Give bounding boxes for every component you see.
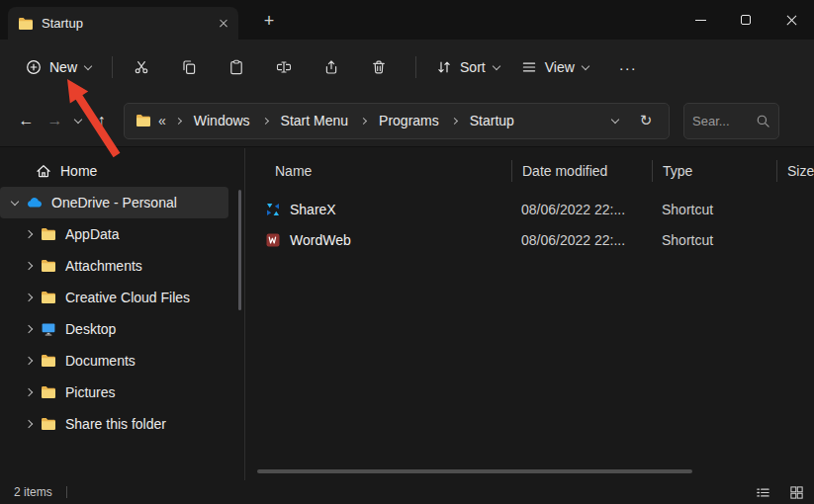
address-row: ← → ↑ « Windows Start Menu Programs Star…: [0, 95, 814, 147]
delete-button[interactable]: [359, 49, 399, 85]
folder-icon: [41, 384, 56, 400]
breadcrumb-item-start-menu[interactable]: Start Menu: [278, 113, 351, 128]
minimize-icon: [695, 20, 706, 21]
large-icons-view-button[interactable]: [786, 483, 806, 502]
folder-icon: [41, 290, 56, 305]
sidebar-item-share-this-folder[interactable]: Share this folder: [0, 408, 228, 440]
paste-button[interactable]: [217, 49, 256, 85]
close-icon: [785, 14, 798, 27]
folder-icon: [18, 16, 34, 32]
file-list-pane: Name Date modified Type Size ShareX 08/0…: [244, 148, 814, 480]
explorer-tab-startup[interactable]: Startup: [8, 7, 238, 40]
close-button[interactable]: [769, 0, 814, 40]
details-view-icon: [756, 485, 770, 500]
address-bar[interactable]: « Windows Start Menu Programs Startup ↻: [124, 103, 670, 139]
horizontal-scrollbar[interactable]: [257, 469, 692, 473]
refresh-button[interactable]: ↻: [634, 107, 658, 134]
breadcrumb-item-startup[interactable]: Startup: [467, 113, 517, 128]
details-view-button[interactable]: [753, 483, 772, 502]
search-icon: [756, 114, 770, 128]
breadcrumb-item-windows[interactable]: Windows: [191, 113, 253, 128]
maximize-button[interactable]: [723, 0, 769, 40]
file-row-wordweb[interactable]: WordWeb 08/06/2022 22:... Shortcut: [245, 224, 814, 255]
toolbar-divider: [415, 56, 416, 78]
view-button[interactable]: View: [510, 49, 599, 85]
sidebar-item-label: Creative Cloud Files: [65, 290, 190, 305]
new-button[interactable]: New: [14, 49, 103, 85]
sidebar-item-label: Attachments: [65, 258, 142, 274]
chevron-right-icon: [451, 117, 458, 124]
share-button[interactable]: [312, 49, 351, 85]
chevron-down-icon: [74, 115, 82, 123]
share-icon: [323, 59, 339, 75]
new-button-label: New: [49, 59, 77, 75]
status-divider: [66, 486, 67, 498]
explorer-body: Home OneDrive - Personal AppData Attachm…: [0, 148, 814, 480]
sidebar-item-label: AppData: [65, 226, 119, 242]
sidebar-scrollbar[interactable]: [238, 190, 241, 310]
new-tab-button[interactable]: +: [257, 9, 281, 33]
sidebar-item-label: Share this folder: [65, 416, 166, 432]
chevron-right-icon[interactable]: [25, 325, 33, 333]
chevron-right-icon: [262, 117, 269, 124]
column-header-type[interactable]: Type: [652, 160, 776, 182]
breadcrumb-item-programs[interactable]: Programs: [376, 113, 442, 128]
file-name: ShareX: [290, 202, 336, 217]
sidebar-item-appdata[interactable]: AppData: [0, 218, 228, 250]
chevron-right-icon[interactable]: [25, 262, 33, 270]
rename-icon: [276, 59, 292, 75]
toolbar-divider: [112, 56, 113, 78]
sidebar-item-home[interactable]: Home: [0, 155, 228, 187]
recent-locations-button[interactable]: [69, 105, 87, 136]
forward-button[interactable]: →: [41, 105, 69, 136]
folder-icon: [41, 416, 56, 432]
navigation-pane: Home OneDrive - Personal AppData Attachm…: [0, 148, 244, 480]
chevron-right-icon[interactable]: [25, 388, 33, 396]
column-header-name[interactable]: Name: [245, 160, 511, 182]
more-options-button[interactable]: ···: [607, 49, 649, 85]
sidebar-item-label: Pictures: [65, 384, 116, 400]
chevron-down-icon: [582, 61, 589, 69]
search-box[interactable]: [683, 103, 779, 139]
copy-icon: [181, 59, 197, 75]
copy-button[interactable]: [169, 49, 209, 85]
sidebar-item-desktop[interactable]: Desktop: [0, 313, 228, 345]
file-name: WordWeb: [290, 232, 351, 248]
chevron-down-icon: [492, 61, 499, 69]
chevron-right-icon: [175, 117, 182, 124]
chevron-right-icon[interactable]: [25, 230, 33, 238]
back-button[interactable]: ←: [12, 105, 41, 136]
maximize-icon: [741, 15, 751, 25]
sidebar-item-attachments[interactable]: Attachments: [0, 250, 228, 282]
sidebar-item-documents[interactable]: Documents: [0, 345, 228, 377]
sharex-app-icon: [265, 202, 281, 217]
chevron-right-icon[interactable]: [25, 357, 33, 365]
tab-close-icon[interactable]: [219, 19, 228, 29]
column-header-date-modified[interactable]: Date modified: [511, 160, 652, 182]
view-button-label: View: [545, 59, 575, 75]
file-date-modified: 08/06/2022 22:...: [511, 202, 652, 217]
rename-button[interactable]: [264, 49, 304, 85]
breadcrumb-overflow[interactable]: «: [158, 113, 166, 128]
up-button[interactable]: ↑: [87, 105, 116, 136]
chevron-down-icon: [611, 115, 619, 123]
sort-button[interactable]: Sort: [425, 49, 510, 85]
cut-button[interactable]: [122, 49, 161, 85]
sort-button-label: Sort: [460, 59, 486, 75]
address-dropdown-button[interactable]: [603, 107, 627, 134]
chevron-right-icon[interactable]: [25, 420, 33, 428]
sidebar-item-onedrive-personal[interactable]: OneDrive - Personal: [0, 187, 228, 218]
minimize-button[interactable]: [678, 0, 723, 40]
chevron-right-icon[interactable]: [25, 294, 33, 301]
column-header-size[interactable]: Size: [776, 160, 814, 182]
sidebar-item-pictures[interactable]: Pictures: [0, 377, 228, 408]
file-row-sharex[interactable]: ShareX 08/06/2022 22:... Shortcut: [245, 194, 814, 224]
view-list-icon: [521, 59, 537, 75]
folder-icon: [41, 353, 56, 369]
folder-icon: [41, 258, 56, 274]
chevron-right-icon: [360, 117, 367, 124]
file-type: Shortcut: [652, 232, 776, 248]
sidebar-item-creative-cloud-files[interactable]: Creative Cloud Files: [0, 282, 228, 313]
chevron-down-icon[interactable]: [11, 197, 19, 205]
search-input[interactable]: [692, 114, 752, 128]
